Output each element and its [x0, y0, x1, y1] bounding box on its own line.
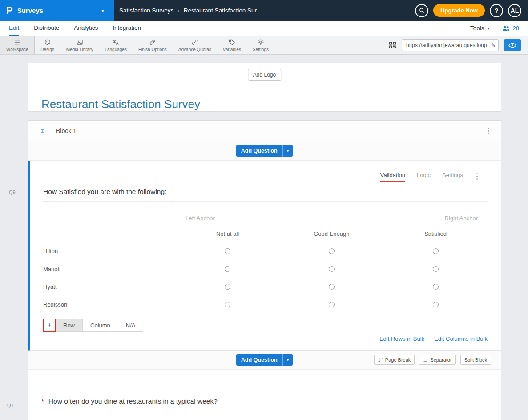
- advance-quotas-icon: [191, 39, 198, 46]
- scissors-icon: [378, 358, 383, 363]
- add-logo-button[interactable]: Add Logo: [248, 69, 281, 81]
- block-menu-button[interactable]: [486, 126, 491, 136]
- survey-url-input[interactable]: [402, 39, 499, 51]
- question-tab-settings[interactable]: Settings: [442, 172, 463, 182]
- preview-button[interactable]: [504, 39, 521, 51]
- toolbar-item-media-library[interactable]: Media Library: [60, 36, 99, 54]
- toolbar-item-workspace[interactable]: Workspace: [0, 36, 35, 54]
- chevron-down-icon: ▾: [287, 358, 289, 362]
- search-button[interactable]: [415, 4, 428, 17]
- matrix-row-label[interactable]: Hilton: [43, 248, 58, 254]
- add-row-button[interactable]: Row: [56, 319, 83, 332]
- matrix-column-header[interactable]: Not at all: [216, 230, 239, 237]
- breadcrumb-item-survey[interactable]: Restaurant Satisfaction Sur...: [184, 7, 262, 14]
- radio-button[interactable]: [329, 266, 335, 272]
- nav-tabs: Edit Distribute Analytics Integration: [9, 21, 141, 36]
- variables-icon: [228, 39, 235, 46]
- toolbar-item-settings[interactable]: Settings: [247, 36, 274, 54]
- radio-button[interactable]: [225, 284, 230, 290]
- workspace-icon: [14, 39, 21, 46]
- matrix-row-hyatt: Hyatt: [43, 278, 488, 295]
- survey-title[interactable]: Restaurant Satisfaction Survey: [41, 97, 200, 111]
- question-tab-logic[interactable]: Logic: [417, 172, 431, 182]
- add-question-dropdown-button[interactable]: ▾: [282, 145, 293, 157]
- matrix-rows: Hilton Mariott Hyatt: [30, 242, 501, 313]
- survey-content: Add Logo Restaurant Satisfaction Survey …: [28, 63, 501, 420]
- chevron-down-icon: ▾: [101, 8, 104, 14]
- add-na-button[interactable]: N/A: [118, 319, 144, 332]
- radio-button[interactable]: [329, 284, 335, 290]
- avatar[interactable]: AL: [508, 4, 521, 17]
- matrix-column-headers: Not at all Good Enough Satisfied: [43, 230, 488, 237]
- toolbar-item-languages[interactable]: Languages: [99, 36, 133, 54]
- matrix-row-label[interactable]: Mariott: [43, 266, 61, 272]
- edit-url-icon[interactable]: ✎: [491, 42, 496, 48]
- help-button[interactable]: ?: [490, 4, 503, 17]
- radio-button[interactable]: [225, 266, 230, 272]
- brand-switcher[interactable]: P Surveys ▾: [0, 0, 114, 21]
- toolbar-item-advance-quotas[interactable]: Advance Quotas: [173, 36, 217, 54]
- block-card: Block 1 Add Question ▾ Validation Logic …: [28, 120, 501, 420]
- upgrade-now-button[interactable]: Upgrade Now: [433, 4, 485, 17]
- right-anchor-placeholder[interactable]: Right Anchor: [445, 215, 478, 222]
- edit-rows-in-bulk-link[interactable]: Edit Rows in Bulk: [379, 335, 424, 342]
- topbar-actions: Upgrade Now ? AL: [415, 4, 528, 17]
- tab-analytics[interactable]: Analytics: [74, 21, 98, 36]
- add-question-split-button: Add Question ▾: [236, 354, 293, 366]
- question-menu-button[interactable]: [475, 171, 480, 182]
- radio-button[interactable]: [433, 284, 439, 290]
- question-code-q9: Q9: [9, 190, 16, 195]
- radio-button[interactable]: [433, 248, 439, 254]
- add-row-controls: + Row Column N/A: [43, 319, 488, 332]
- toolbar-item-label: Variables: [223, 47, 241, 52]
- add-column-button[interactable]: Column: [83, 319, 118, 332]
- page-break-button[interactable]: Page Break: [374, 355, 415, 365]
- radio-button[interactable]: [433, 302, 439, 307]
- toolbar-item-label: Finish Options: [138, 47, 167, 52]
- add-question-split-button: Add Question ▾: [236, 145, 293, 157]
- add-question-dropdown-button[interactable]: ▾: [282, 354, 293, 366]
- question-tab-validation[interactable]: Validation: [380, 172, 405, 182]
- separator-button[interactable]: Separator: [419, 355, 455, 365]
- breadcrumb: Satisfaction Surveys › Restaurant Satisf…: [119, 7, 262, 14]
- toolbar-item-design[interactable]: Design: [35, 36, 60, 54]
- toolbar-item-finish-options[interactable]: Finish Options: [133, 36, 173, 54]
- question-text[interactable]: How often do you dine at restaurants in …: [48, 397, 218, 405]
- collapse-block-button[interactable]: [40, 128, 45, 134]
- block-title[interactable]: Block 1: [56, 127, 77, 134]
- topbar: P Surveys ▾ Satisfaction Surveys › Resta…: [0, 0, 528, 21]
- radio-button[interactable]: [433, 266, 439, 272]
- question-text[interactable]: How Satisfied you are with the following…: [43, 188, 488, 202]
- matrix-column-header[interactable]: Satisfied: [424, 230, 447, 237]
- breadcrumb-item-folder[interactable]: Satisfaction Surveys: [119, 7, 173, 14]
- tab-integration[interactable]: Integration: [113, 21, 141, 36]
- matrix-row-mariott: Mariott: [43, 260, 488, 278]
- tab-edit[interactable]: Edit: [9, 21, 19, 36]
- radio-button[interactable]: [225, 302, 230, 307]
- question-code-q1: Q1: [7, 403, 14, 408]
- collaborators[interactable]: 28: [502, 25, 519, 32]
- add-row-plus-button[interactable]: +: [43, 319, 56, 332]
- radio-button[interactable]: [329, 248, 335, 254]
- qr-code-button[interactable]: [389, 41, 396, 49]
- matrix-column-header[interactable]: Good Enough: [314, 230, 349, 237]
- edit-columns-in-bulk-link[interactable]: Edit Columns in Bulk: [434, 335, 488, 342]
- split-block-button[interactable]: Split Block: [460, 355, 491, 365]
- add-question-button[interactable]: Add Question: [236, 354, 282, 366]
- matrix-row-label[interactable]: Hyatt: [43, 283, 56, 290]
- breadcrumb-separator: ›: [177, 7, 179, 14]
- left-anchor-placeholder[interactable]: Left Anchor: [185, 215, 215, 222]
- search-icon: [419, 8, 425, 13]
- editor-canvas: Q9 Q1 Add Logo Restaurant Satisfaction S…: [0, 55, 528, 420]
- toolbar-item-variables[interactable]: Variables: [217, 36, 247, 54]
- toolbar-item-label: Media Library: [66, 47, 93, 52]
- add-question-button[interactable]: Add Question: [236, 145, 282, 157]
- radio-button[interactable]: [225, 248, 230, 254]
- tab-distribute[interactable]: Distribute: [34, 21, 59, 36]
- tools-menu[interactable]: Tools ▾: [470, 25, 490, 32]
- matrix-row-label[interactable]: Redisson: [43, 301, 67, 308]
- bulk-edit-links: Edit Rows in Bulk Edit Columns in Bulk: [30, 335, 488, 342]
- radio-button[interactable]: [329, 302, 335, 307]
- toolbar-item-label: Settings: [253, 47, 269, 52]
- qr-code-icon: [389, 41, 396, 49]
